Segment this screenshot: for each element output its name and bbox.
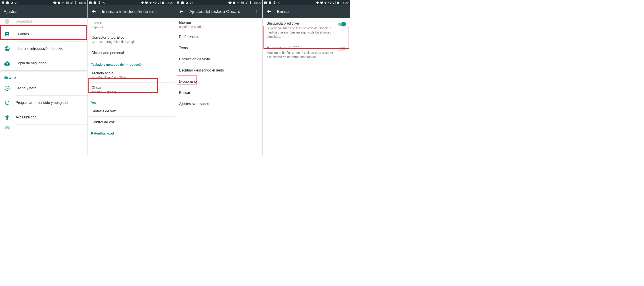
battery-icon <box>249 1 252 4</box>
item-title: Síntesis de voz <box>92 109 171 113</box>
status-time: 15:29 <box>341 1 348 5</box>
item-label: Programar encendido y apagado <box>16 101 84 105</box>
item-avanzados[interactable]: Ajustes avanzados <box>175 98 262 110</box>
item-sub: Corrector ortográfico de Google <box>92 40 171 44</box>
item-label: Cuentas <box>16 32 84 37</box>
status-bar: 4G 15:29 <box>88 0 175 5</box>
tethering-icon <box>190 1 193 4</box>
item-title: Idiomas <box>179 21 258 25</box>
image-icon <box>89 1 92 4</box>
status-bar: 4G 15:29 <box>262 0 350 5</box>
item-diccionario[interactable]: Diccionario <box>175 76 262 87</box>
vibrate-icon <box>141 1 144 4</box>
item-seguridad[interactable]: Seguridad <box>0 18 87 27</box>
network-label: 4G <box>328 1 332 4</box>
screen-gboard: 4G 15:30 Ajustes del teclado Gboard Idio… <box>175 0 262 156</box>
item-idioma[interactable]: Idioma Español <box>88 18 175 32</box>
section-raton: Ratón/trackpad <box>88 128 175 137</box>
item-fecha[interactable]: Fecha y hora <box>0 81 87 95</box>
item-title: Control de voz <box>92 120 171 124</box>
screen-idioma: 4G 15:29 Idioma e introducción de te… Id… <box>88 0 175 156</box>
item-sintesis[interactable]: Síntesis de voz <box>88 106 175 116</box>
item-diccionario[interactable]: Diccionario personal <box>88 47 175 59</box>
item-accesibilidad[interactable]: Accesibilidad <box>0 110 87 124</box>
switch-mostrar-g[interactable] <box>338 47 346 51</box>
account-icon <box>4 31 10 37</box>
back-button[interactable] <box>266 9 272 14</box>
item-sub: Muestra el botón "G" en el teclado para … <box>266 51 335 59</box>
signal-icon <box>245 1 248 4</box>
wifi-icon <box>236 1 240 4</box>
camera-icon <box>93 1 96 4</box>
item-copia[interactable]: Copia de seguridad <box>0 56 87 70</box>
item-label: Idioma e introducción de texto <box>16 47 84 51</box>
battery-icon <box>74 1 77 4</box>
image-icon <box>176 1 180 4</box>
alarm-icon <box>58 1 60 4</box>
more-button[interactable] <box>254 9 259 14</box>
power-icon <box>4 100 10 106</box>
camera-icon <box>6 1 9 4</box>
page-title: Idioma e introducción de te… <box>102 9 171 14</box>
item-title: Idioma <box>92 21 171 25</box>
status-time: 15:29 <box>166 1 174 5</box>
tethering-icon <box>15 1 18 4</box>
item-title: Gboard <box>92 86 171 90</box>
section-voz: Voz <box>88 97 175 106</box>
item-label: Seguridad <box>16 19 84 24</box>
item-title: Diccionario personal <box>92 51 171 55</box>
accessibility-icon <box>4 114 10 120</box>
item-sub: español (España) - Gboard <box>92 76 171 79</box>
wifi-icon <box>62 1 64 4</box>
item-correcion[interactable]: Corrección de texto <box>175 54 262 65</box>
signal-icon <box>158 1 160 4</box>
network-label: 4G <box>153 1 156 4</box>
item-mostrar-g[interactable]: Mostrar el botón "G" Muestra el botón "G… <box>262 43 350 63</box>
screen-buscar: 4G 15:29 Buscar Búsqueda predictiva Suge… <box>262 0 350 156</box>
app-bar: Buscar <box>262 5 350 18</box>
page-title: Ajustes <box>4 9 84 14</box>
back-button[interactable] <box>179 9 184 14</box>
back-button[interactable] <box>91 9 96 14</box>
section-sistema: Sistema <box>0 72 87 81</box>
item-preferencias[interactable]: Preferencias <box>175 31 262 43</box>
clock-icon <box>4 85 10 91</box>
item-escritura[interactable]: Escritura deslizando el dedo <box>175 65 262 76</box>
alarm-icon <box>232 1 236 4</box>
app-bar: Ajustes <box>0 5 87 18</box>
usb-icon <box>10 1 14 4</box>
page-title: Buscar <box>277 9 346 14</box>
item-teclado-actual[interactable]: Teclado actual español (España) - Gboard <box>88 68 175 83</box>
item-sub: Español <box>92 26 171 29</box>
vibrate-icon <box>316 1 319 4</box>
item-predictiva[interactable]: Búsqueda predictiva Sugerir consultas de… <box>262 18 350 43</box>
item-cut[interactable] <box>0 125 87 131</box>
alarm-icon <box>145 1 148 4</box>
item-programar[interactable]: Programar encendido y apagado <box>0 96 87 110</box>
usb-icon <box>273 1 276 4</box>
alarm-icon <box>320 1 323 4</box>
item-idiomas[interactable]: Idiomas español (España) <box>175 18 262 31</box>
item-control[interactable]: Control de voz <box>88 117 175 128</box>
image-icon <box>264 1 267 4</box>
shield-icon <box>4 18 10 25</box>
camera-icon <box>268 1 272 4</box>
item-buscar[interactable]: Buscar <box>175 87 262 98</box>
status-bar: 4G 15:29 <box>0 0 87 5</box>
status-time: 15:30 <box>254 1 261 5</box>
item-label: Fecha y hora <box>16 86 84 91</box>
item-gboard[interactable]: Gboard español (España) <box>88 83 175 97</box>
switch-predictiva[interactable] <box>338 22 346 26</box>
cloud-upload-icon <box>4 60 10 66</box>
section-teclado: Teclado y métodos de introducción <box>88 59 175 68</box>
item-idioma[interactable]: Idioma e introducción de texto <box>0 42 87 56</box>
item-title: Teclado actual <box>92 71 171 75</box>
app-bar: Ajustes del teclado Gboard <box>175 5 262 18</box>
item-cuentas[interactable]: Cuentas <box>0 27 87 41</box>
item-corrector[interactable]: Corrector ortográfico Corrector ortográf… <box>88 32 175 47</box>
item-title: Corrector ortográfico <box>92 36 171 40</box>
item-label: Copia de seguridad <box>16 61 84 66</box>
item-tema[interactable]: Tema <box>175 43 262 54</box>
vibrate-icon <box>228 1 232 4</box>
usb-icon <box>98 1 101 4</box>
